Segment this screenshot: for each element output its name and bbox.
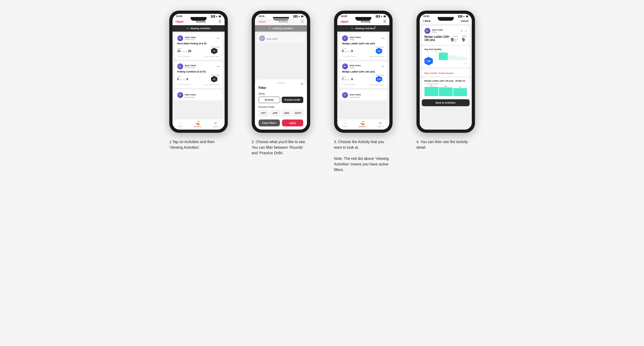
viewing-bar-2: ⚙ Viewing Activities (255, 25, 307, 32)
shots-val-1-1: 20 (188, 49, 191, 53)
nav-menu-3[interactable]: ☰ (383, 20, 386, 23)
rounds-filter-btn[interactable]: Rounds (259, 97, 280, 103)
avatar-dim: JC (259, 35, 265, 41)
viewing-bar-3[interactable]: ⚙ Viewing Activities (337, 25, 389, 32)
status-time-4: 13:21 (423, 15, 430, 18)
status-icons-1: ▐▐▐ ▲ ▮▮ (211, 15, 221, 18)
more-options-3-1[interactable]: ••• (382, 37, 385, 40)
user-info-1-2: JC Josh Coles 28 Feb 2023 (177, 63, 196, 69)
activities-nav-3[interactable]: ⛳ Activities (359, 121, 366, 127)
user-name-3-3: Josh Coles (350, 93, 361, 96)
more-options-1-2[interactable]: ••• (217, 65, 220, 68)
phone-section-2: 13:21 ▐▐▐ ▲ ▮▮ clippd Activity ☰ (245, 11, 317, 156)
detail-avatar-img-4: JC (424, 28, 430, 34)
putt-drill-btn[interactable]: PUTT (293, 110, 303, 116)
nav-menu-1[interactable]: ☰ (218, 20, 221, 23)
bar-val-3: 124 (459, 86, 461, 88)
quality-label-3-1: Shot Quality (376, 46, 385, 48)
info-row-1-1: ⓘ Test Information Data: Clippd Capture (177, 55, 220, 58)
activity-item-3-1[interactable]: JC Josh Coles Today ••• Wedge Ladder (10… (339, 33, 387, 60)
activity-item-3-3[interactable]: JC Josh Coles 28 Feb 2023 (339, 89, 387, 100)
activity-header-1-1: JC Josh Coles 28 Feb 2023 ••• (177, 35, 220, 41)
bar-rect-2 (439, 87, 453, 96)
phone-2-screen: 13:21 ▐▐▐ ▲ ▮▮ clippd Activity ☰ (255, 14, 307, 130)
activities-nav-1[interactable]: ⛳ Activities (194, 121, 201, 127)
capture-nav-3[interactable]: ⊕ Capture (377, 121, 384, 127)
filter-icon-1: ⚙ (186, 27, 188, 30)
more-options-1-1[interactable]: ••• (217, 37, 220, 40)
user-date-3-1: Today (350, 39, 361, 40)
score-label-4: Score (451, 35, 460, 37)
home-nav-1[interactable]: ⌂ Home (178, 121, 183, 127)
score-val-row-4: 9 OUT OF (451, 37, 460, 43)
y-label-0: 0 (436, 58, 438, 60)
arg-drill-btn[interactable]: ARG (282, 110, 292, 116)
app-drill-btn[interactable]: APP (270, 110, 280, 116)
expand-icon-4[interactable]: ⤢ (465, 29, 467, 33)
user-name-3-2: Josh Coles (350, 64, 361, 67)
bar-chart-4: 100 50 0 (436, 52, 467, 60)
shots-col-4: Shots 9 (462, 35, 467, 43)
shots-val-1-2: 9 (186, 78, 188, 81)
back-activities-btn-4[interactable]: Back to Activities (422, 99, 470, 106)
nav-menu-2[interactable]: ☰ (301, 20, 304, 23)
status-bar-3: 13:20 ▐▐▐ ▲ ▮▮ (337, 14, 389, 18)
practice-drills-filter-btn[interactable]: Practice Drills (282, 97, 303, 103)
back-btn-4[interactable]: < Back (423, 20, 431, 22)
home-nav-3[interactable]: ⌂ Home (343, 121, 348, 127)
ott-drill-btn[interactable]: OTT (259, 110, 269, 116)
apply-filter-btn[interactable]: Apply (282, 119, 303, 126)
outof-3-1: OUT OF (344, 51, 351, 52)
battery-icon-4: ▮▮ (466, 15, 468, 18)
activity-title-3-2: Wedge Ladder (100–140 yds) (342, 70, 385, 73)
user-name-1-3: Josh Coles (185, 93, 196, 96)
more-options-3-2[interactable]: ••• (382, 65, 385, 68)
activity-item-1-3[interactable]: JC Josh Coles 28 Feb 2023 (175, 89, 222, 100)
signal-icon-2: ▐▐▐ (293, 15, 297, 18)
avatar-img-3-1: JC (342, 35, 348, 41)
wedge-avg-label-4: --- Avg Shot Quality (424, 83, 467, 85)
user-name-date-1-1: Josh Coles 28 Feb 2023 (185, 36, 196, 40)
activity-item-1-2[interactable]: JC Josh Coles 28 Feb 2023 ••• Putting Co… (175, 61, 222, 88)
phone-section-3: 13:20 ▐▐▐ ▲ ▮▮ clippd Activity ☰ ⚙ (327, 11, 399, 173)
activity-item-1-1[interactable]: JC Josh Coles 28 Feb 2023 ••• Must Make … (175, 33, 222, 60)
quality-hex-3-1: 130 (376, 48, 382, 54)
phone-3-screen: 13:20 ▐▐▐ ▲ ▮▮ clippd Activity ☰ ⚙ (337, 14, 389, 130)
notch-4 (438, 17, 454, 21)
cancel-btn-4[interactable]: Cancel (461, 20, 469, 22)
x-label-app: APP (464, 63, 467, 65)
score-val-4: 9 (451, 37, 454, 43)
detail-activity-title-4: Wedge Ladder (100–140 yds) (424, 35, 451, 42)
user-name-date-3-2: Josh Coles Today (350, 64, 361, 69)
user-name-date-3-1: Josh Coles Today (350, 36, 361, 40)
viewing-bar-1[interactable]: ⚙ Viewing Activities (172, 25, 225, 32)
status-icons-3: ▐▐▐ ▲ ▮▮ (375, 15, 386, 18)
edit-icon-4[interactable]: ✏ (461, 29, 463, 33)
activity-header-1-2: JC Josh Coles 28 Feb 2023 ••• (177, 63, 220, 69)
capture-nav-1[interactable]: ⊕ Capture (212, 121, 219, 127)
detail-title-row-4: Wedge Ladder (100–140 yds) Score 9 OUT O… (424, 35, 467, 43)
phone-3: 13:20 ▐▐▐ ▲ ▮▮ clippd Activity ☰ ⚙ (334, 11, 393, 133)
stats-row-3-1: Score 9 OUT OF 9 Shot Quality 130 (342, 46, 385, 54)
status-bar-2: 13:21 ▐▐▐ ▲ ▮▮ (255, 14, 307, 18)
score-inline-1-1: 10 OUT OF 20 (177, 49, 191, 53)
bottom-nav-3: ⌂ Home ⛳ Activities ⊕ Capture (337, 119, 389, 130)
status-icons-2: ▐▐▐ ▲ ▮▮ (293, 15, 303, 18)
tag-text-4: Player Activity › Practice Session (424, 72, 454, 74)
shots-val-3-2: 9 (351, 78, 353, 81)
chart-row-4: 130 100 50 0 (424, 52, 467, 65)
show-section-label: Show (259, 92, 303, 95)
bar-val-2: 129 (444, 86, 447, 87)
user-info-3-1: JC Josh Coles Today (342, 35, 361, 41)
clear-filters-btn[interactable]: Clear Filters (259, 119, 280, 126)
user-avatar-3-1: JC (342, 35, 348, 41)
user-info-3-2: JC Josh Coles Today (342, 63, 361, 69)
signal-icon-3: ▐▐▐ (375, 15, 380, 18)
phone-2: 13:21 ▐▐▐ ▲ ▮▮ clippd Activity ☰ (252, 11, 310, 133)
activities-label-3: Activities (359, 126, 366, 127)
wifi-icon-3: ▲ (381, 15, 383, 18)
filter-close-btn[interactable]: ✕ (301, 82, 303, 86)
user-date-1-2: 28 Feb 2023 (185, 67, 196, 69)
activity-item-3-2[interactable]: JC Josh Coles Today ••• Wedge Ladder (10… (339, 61, 387, 88)
quality-val-4: 130 (427, 60, 431, 62)
